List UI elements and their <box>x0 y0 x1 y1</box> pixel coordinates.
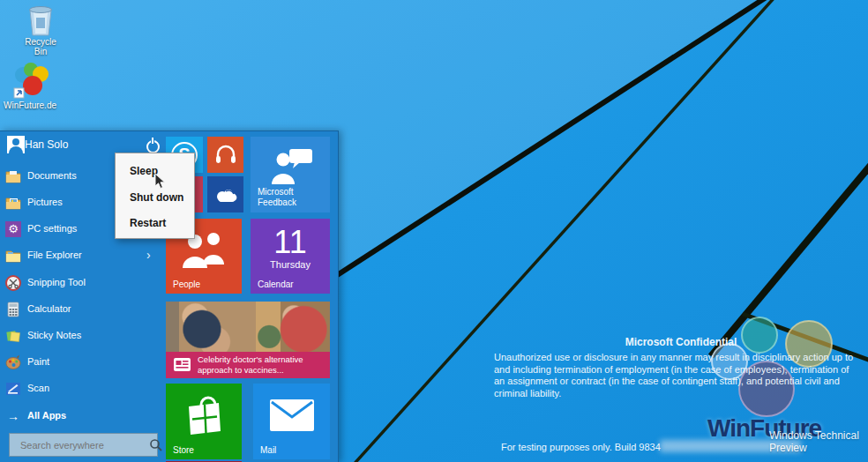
nav-label: PC settings <box>27 223 77 234</box>
confidential-notice: Microsoft Confidential Unauthorized use … <box>494 336 868 399</box>
all-apps-label: All Apps <box>27 410 66 421</box>
nav-item-calculator[interactable]: Calculator <box>0 300 163 321</box>
desktop: Recycle Bin WinFuture.de Microsoft Confi… <box>0 0 868 462</box>
mouse-cursor <box>154 173 166 190</box>
confidential-line: and including termination of employment … <box>494 364 868 376</box>
recycle-bin-icon <box>26 4 56 37</box>
tile-onedrive[interactable] <box>207 176 243 212</box>
nav-label: Pictures <box>27 197 63 207</box>
nav-item-snipping-tool[interactable]: Snipping Tool <box>0 273 163 294</box>
tile-news[interactable]: Celebrity doctor's alternative approach … <box>166 302 330 378</box>
nav-item-file-explorer[interactable]: File Explorer › <box>0 246 163 267</box>
power-icon-stem <box>152 138 153 144</box>
search-box <box>9 433 158 457</box>
desktop-icon-label: WinFuture.de <box>2 101 58 110</box>
tile-label: Mail <box>260 445 276 455</box>
onedrive-cloud-icon <box>213 187 238 203</box>
confidential-title: Microsoft Confidential <box>494 336 868 348</box>
tile-store[interactable]: Store <box>166 384 242 459</box>
store-bag-icon <box>183 396 224 436</box>
all-apps-arrow-icon: → <box>7 409 19 423</box>
calendar-day: 11 <box>251 226 330 259</box>
confidential-line: an assignment or contract (in the case o… <box>494 376 868 388</box>
search-icon[interactable] <box>149 438 163 452</box>
nav-item-scan[interactable]: Scan <box>0 379 163 400</box>
sticky-notes-icon <box>5 328 21 344</box>
confidential-line: criminal liability. <box>494 388 868 400</box>
feedback-icon <box>270 147 314 184</box>
news-icon <box>174 358 191 371</box>
confidential-line: Unauthorized use or disclosure in any ma… <box>494 352 868 364</box>
nav-label: Paint <box>27 356 49 367</box>
power-context-menu: Sleep Shut down Restart <box>115 153 195 239</box>
snipping-tool-icon <box>5 275 21 291</box>
all-apps-button[interactable]: → All Apps <box>0 406 163 428</box>
tile-music[interactable] <box>207 137 243 173</box>
tile-label: Microsoft Feedback <box>258 187 311 208</box>
news-headline: Celebrity doctor's alternative approach … <box>198 354 326 376</box>
scan-icon <box>5 381 21 397</box>
search-input[interactable] <box>10 440 149 451</box>
desktop-icon-label: Recycle Bin <box>18 37 64 56</box>
user-name[interactable]: Han Solo <box>25 138 68 151</box>
paint-palette-icon <box>5 354 21 370</box>
nav-item-sticky-notes[interactable]: Sticky Notes <box>0 326 163 347</box>
nav-label: Documents <box>27 170 77 181</box>
build-watermark: For testing purposes only. Build 9834 <box>501 442 661 452</box>
avatar-head <box>12 138 19 145</box>
nav-label: Sticky Notes <box>27 330 81 340</box>
file-explorer-icon <box>5 248 21 264</box>
nav-label: File Explorer <box>27 250 82 260</box>
nav-item-paint[interactable]: Paint <box>0 353 163 374</box>
calculator-icon <box>5 302 21 317</box>
tile-label: Store <box>173 445 194 455</box>
winfuture-desktop-icon[interactable]: WinFuture.de <box>2 62 58 110</box>
mail-envelope-icon <box>270 399 314 431</box>
tile-label: Calendar <box>258 279 294 289</box>
technical-preview-watermark: Windows Technical Preview <box>769 429 868 454</box>
winfuture-shortcut-icon <box>7 62 53 101</box>
tile-label: People <box>173 279 200 289</box>
news-photo <box>166 302 330 352</box>
news-caption-bar: Celebrity doctor's alternative approach … <box>166 352 330 378</box>
user-avatar[interactable] <box>7 136 25 153</box>
headphones-icon <box>214 145 237 166</box>
calendar-weekday: Thursday <box>251 259 330 270</box>
pictures-folder-icon <box>5 195 21 211</box>
nav-label: Snipping Tool <box>27 277 86 287</box>
documents-folder-icon <box>5 168 21 184</box>
settings-gear-icon: ⚙ <box>5 221 21 237</box>
tile-microsoft-feedback[interactable]: Microsoft Feedback <box>251 137 330 212</box>
avatar-body <box>9 146 23 153</box>
tile-calendar[interactable]: 11 Thursday Calendar <box>251 219 330 294</box>
menu-item-restart[interactable]: Restart <box>116 212 194 235</box>
tile-mail[interactable]: Mail <box>253 384 330 459</box>
recycle-bin-desktop-icon[interactable]: Recycle Bin <box>18 4 64 56</box>
nav-label: Scan <box>27 383 49 393</box>
submenu-chevron-icon: › <box>146 248 151 262</box>
nav-label: Calculator <box>27 303 71 314</box>
